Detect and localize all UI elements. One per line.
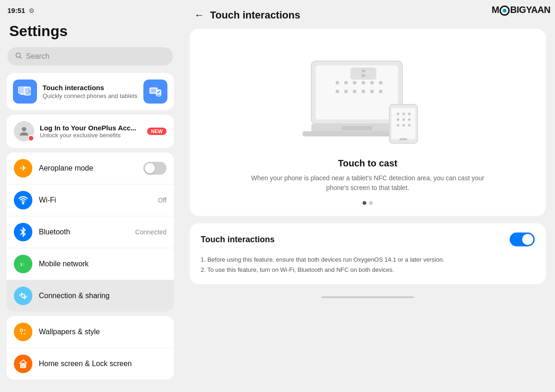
login-subtitle: Unlock your exclusive benefits: [40, 132, 142, 139]
svg-text:30: 30: [361, 74, 365, 78]
search-icon: [15, 52, 22, 61]
settings-title: Settings: [0, 17, 180, 47]
status-bar: 19:51 ⚙: [0, 0, 180, 17]
svg-text:19: 19: [361, 69, 365, 73]
wifi-value: Off: [158, 196, 166, 204]
dot-2: [369, 201, 373, 205]
new-badge: NEW: [147, 128, 166, 135]
svg-point-48: [397, 118, 400, 121]
touch-interactions-desc: Quickly connect phones and tablets: [43, 92, 138, 99]
left-panel: 19:51 ⚙ Settings Search To: [0, 0, 180, 392]
svg-rect-9: [151, 89, 156, 92]
svg-rect-22: [22, 365, 24, 368]
aeroplane-label: Aeroplane mode: [39, 164, 137, 172]
instructions: 1. Before using this feature, ensure tha…: [201, 255, 535, 275]
wifi-icon: [14, 191, 32, 209]
gear-icon: ⚙: [29, 7, 35, 14]
svg-point-45: [397, 113, 400, 116]
search-bar[interactable]: Search: [7, 47, 173, 66]
bluetooth-value: Connected: [135, 228, 166, 236]
svg-point-51: [397, 124, 400, 127]
mobile-network-icon: 1↑: [14, 255, 32, 273]
svg-point-30: [379, 81, 382, 85]
aeroplane-icon: ✈: [14, 159, 32, 178]
login-avatar-dot: [28, 135, 34, 141]
right-panel-title: Touch interactions: [210, 9, 300, 21]
cast-desc: When your phone is placed near a tablet'…: [243, 173, 493, 193]
aeroplane-toggle[interactable]: [143, 162, 166, 175]
svg-point-27: [353, 81, 357, 85]
home-screen-icon: [14, 355, 32, 373]
settings-item-bluetooth[interactable]: Bluetooth Connected: [6, 216, 174, 248]
login-card[interactable]: Log In to Your OnePlus Acc... Unlock you…: [6, 115, 174, 148]
mobile-network-label: Mobile network: [39, 260, 166, 268]
settings-group-main: ✈ Aeroplane mode Wi-Fi Off B: [6, 153, 174, 312]
svg-point-50: [408, 118, 411, 121]
svg-point-53: [408, 124, 411, 127]
settings-item-wallpapers[interactable]: Wallpapers & style: [6, 316, 174, 348]
svg-point-25: [336, 81, 339, 85]
svg-point-31: [336, 90, 339, 93]
right-panel: ← Touch interactions: [180, 0, 555, 392]
svg-rect-41: [342, 126, 372, 130]
svg-point-0: [16, 53, 20, 57]
settings-item-connection-sharing[interactable]: Connection & sharing: [6, 280, 174, 312]
status-time: 19:51: [7, 6, 25, 14]
svg-point-26: [344, 81, 348, 85]
svg-rect-44: [392, 108, 416, 139]
wallpapers-icon: [14, 323, 32, 341]
bluetooth-icon: [14, 223, 32, 241]
toggle-label: Touch interactions: [201, 235, 275, 245]
svg-rect-54: [399, 138, 407, 141]
dots-indicator: [363, 201, 373, 205]
svg-point-20: [24, 333, 26, 335]
settings-group-appearance: Wallpapers & style Home screen & Lock sc…: [6, 316, 174, 380]
touch-interactions-card[interactable]: Touch interactions Quickly connect phone…: [6, 73, 174, 110]
touch-interactions-toggle[interactable]: [510, 233, 535, 246]
svg-point-32: [344, 90, 348, 93]
touch-interactions-text: Touch interactions Quickly connect phone…: [43, 84, 138, 99]
settings-item-wifi[interactable]: Wi-Fi Off: [6, 184, 174, 216]
search-placeholder: Search: [26, 52, 49, 61]
instruction-2: 2. To use this feature, turn on Wi-Fi, B…: [201, 265, 535, 275]
device-illustration: 19 30: [298, 43, 437, 149]
svg-point-28: [362, 81, 365, 85]
svg-point-46: [402, 113, 405, 116]
svg-point-19: [21, 333, 23, 335]
svg-rect-6: [25, 88, 30, 93]
login-title: Log In to Your OnePlus Acc...: [40, 124, 142, 132]
svg-point-52: [402, 124, 405, 127]
svg-point-13: [23, 202, 24, 204]
svg-point-18: [24, 330, 26, 331]
svg-point-36: [379, 90, 382, 93]
svg-point-12: [22, 127, 26, 131]
svg-point-33: [353, 90, 357, 93]
settings-item-mobile-network[interactable]: 1↑ Mobile network: [6, 248, 174, 280]
svg-point-47: [408, 113, 411, 116]
toggle-row: Touch interactions: [201, 233, 535, 246]
touch-interactions-toggle-card: Touch interactions 1. Before using this …: [190, 223, 546, 284]
svg-point-17: [21, 330, 23, 331]
settings-item-aeroplane[interactable]: ✈ Aeroplane mode: [6, 153, 174, 184]
svg-line-1: [20, 57, 22, 59]
watermark: MBIGYAAN: [492, 5, 550, 16]
bluetooth-label: Bluetooth: [39, 228, 129, 236]
back-button[interactable]: ←: [194, 9, 204, 21]
touch-interactions-icon: [13, 80, 37, 104]
cast-card: 19 30: [190, 29, 546, 216]
svg-point-29: [370, 81, 374, 85]
login-text: Log In to Your OnePlus Acc... Unlock you…: [40, 124, 142, 139]
scroll-indicator: [321, 296, 414, 298]
connection-sharing-icon: [14, 287, 32, 305]
login-avatar: [14, 121, 34, 141]
settings-item-home-screen[interactable]: Home screen & Lock screen: [6, 348, 174, 380]
svg-point-35: [370, 90, 374, 93]
touch-interactions-title: Touch interactions: [43, 84, 138, 92]
svg-point-49: [402, 118, 405, 121]
home-screen-label: Home screen & Lock screen: [39, 360, 166, 368]
instruction-1: 1. Before using this feature, ensure tha…: [201, 255, 535, 265]
wallpapers-label: Wallpapers & style: [39, 328, 166, 336]
svg-point-34: [362, 90, 365, 93]
connection-sharing-label: Connection & sharing: [39, 292, 166, 300]
cast-title: Touch to cast: [338, 158, 398, 169]
